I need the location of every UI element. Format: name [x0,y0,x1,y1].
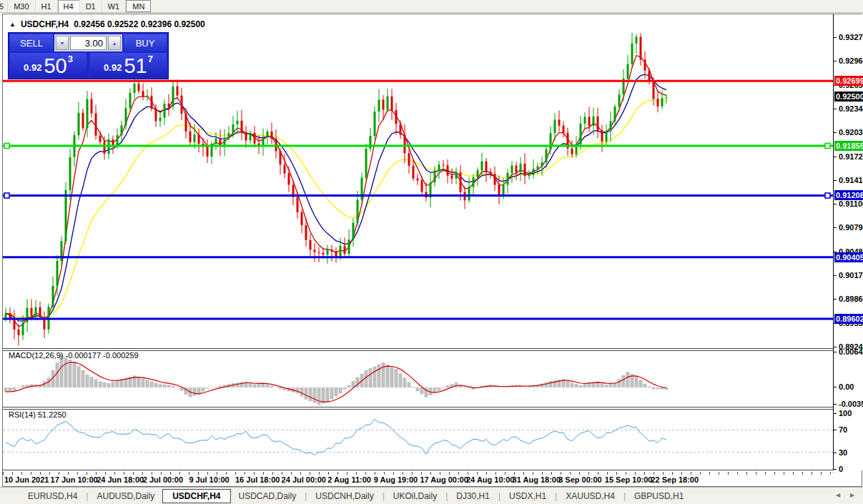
price-tick-label: 0.90170 [839,271,863,280]
candle-body [232,124,235,133]
volume-increase-button[interactable]: ▲ [108,36,121,50]
chart-tab-dj30[interactable]: DJ30,H1 [448,489,498,503]
candle-body [271,132,273,139]
price-badge: 0.91855 [834,141,863,151]
line-handle[interactable] [4,193,9,198]
chart-tab-ukoil[interactable]: UKOil,Daily [385,489,445,503]
macd-histogram-bar [553,380,557,387]
volume-decrease-button[interactable]: ▼ [56,36,69,50]
timeframe-button-5[interactable]: 5 [0,0,8,12]
macd-histogram-bar [107,383,111,387]
candle-body [601,130,603,142]
rsi-tick-label: 100 [839,409,852,417]
candle-body [614,107,616,121]
sell-price-tile[interactable]: 0.92 50 3 [10,53,87,77]
line-handle[interactable] [825,143,830,148]
macd-histogram-bar [64,357,68,387]
line-handle[interactable] [4,143,9,148]
macd-histogram-bar [498,387,501,387]
macd-histogram-bar [395,369,398,387]
chart-tab-usdcad[interactable]: USDCAD,Daily [231,489,305,503]
candle-body [164,104,166,118]
price-tick-label: 0.91100 [839,199,863,208]
tab-scroll-right-icon[interactable]: ▸ [850,490,854,500]
buy-price-tile[interactable]: 0.92 51 7 [90,53,167,77]
macd-histogram-bar [438,387,441,391]
candle-body [198,134,200,144]
axis-tick [834,37,837,38]
timeframe-button-m30[interactable]: M30 [8,0,35,12]
chart-tab-audusd[interactable]: AUDUSD,Daily [89,489,162,503]
candle-body [661,98,664,107]
candle-body [408,153,410,166]
macd-histogram-bar [77,366,81,387]
macd-histogram-bar [214,387,218,387]
price-tick-label: 0.89860 [839,295,863,303]
candle-body [348,239,350,254]
candle-body [451,176,453,179]
line-handle[interactable] [825,193,830,198]
macd-tick-label: -0.003502 [839,400,863,408]
macd-histogram-bar [579,385,583,387]
chart-window: ▲ USDCHF,H4 0.92456 0.92522 0.92396 0.92… [2,14,862,487]
candle-body [172,87,174,107]
macd-histogram-bar [245,382,248,387]
candle-body [82,113,84,129]
macd-histogram-bar [412,387,415,387]
time-axis-label: 17 Aug 00:00 [420,475,468,484]
price-axis: 0.932700.929600.926500.923400.920300.917… [833,14,862,470]
timeframe-button-w1[interactable]: W1 [102,0,127,12]
macd-histogram-bar [137,377,141,387]
macd-histogram-bar [549,381,553,387]
chart-tab-usdchf[interactable]: USDCHF,H4 [162,489,230,503]
candle-body [194,134,196,142]
candle-body [125,108,127,125]
time-axis-label: 31 Aug 18:00 [513,475,561,484]
buy-price-pips: 51 [124,57,147,75]
tab-scroll-left-icon[interactable]: ◂ [836,490,840,500]
timeframe-button-d1[interactable]: D1 [80,0,102,12]
candle-body [524,164,526,176]
candle-body [537,166,539,169]
chart-tab-gbpusd[interactable]: GBPUSD,H1 [626,489,691,503]
candle-body [69,157,71,190]
macd-histogram-bar [172,386,175,387]
macd-histogram-bar [219,386,222,387]
candle-body [134,84,136,93]
candle-body [541,162,543,166]
macd-histogram-bar [326,387,330,402]
candle-body [468,187,470,200]
buy-button[interactable]: BUY [124,34,167,51]
sell-button[interactable]: SELL [10,34,53,51]
chart-tab-eurusd[interactable]: EURUSD,H4 [20,489,85,503]
macd-histogram-bar [116,380,119,387]
time-axis-label: 16 Jul 18:00 [235,475,280,484]
macd-histogram-bar [618,379,621,387]
axis-tick [834,109,837,109]
macd-histogram-bar [343,387,347,390]
timeframe-button-mn[interactable]: MN [126,0,151,12]
time-axis-label: 24 Jun 18:00 [97,475,144,484]
candle-body [318,252,320,253]
timeframe-button-h4[interactable]: H4 [58,0,80,12]
candle-body [228,133,230,138]
candle-body [340,246,342,257]
chart-tab-usdx[interactable]: USDX,H1 [501,489,554,503]
candle-body [335,252,337,257]
timeframe-button-h1[interactable]: H1 [36,0,58,12]
chart-tab-usdcnh[interactable]: USDCNH,Daily [307,489,381,503]
macd-histogram-bar [648,387,651,388]
candle-body [516,166,518,173]
candle-body [554,120,556,134]
axis-tick [834,61,837,61]
macd-histogram-bar [82,370,85,387]
chart-tab-xauusd[interactable]: XAUUSD,H4 [558,489,623,503]
macd-histogram-bar [399,373,403,387]
candle-body [91,99,93,114]
candle-body [395,110,398,124]
volume-input[interactable]: 3.00 [70,36,107,50]
collapse-triangle-icon[interactable]: ▲ [9,21,16,28]
axis-tick [834,157,837,157]
candle-body [159,118,162,122]
candle-body [434,171,436,183]
